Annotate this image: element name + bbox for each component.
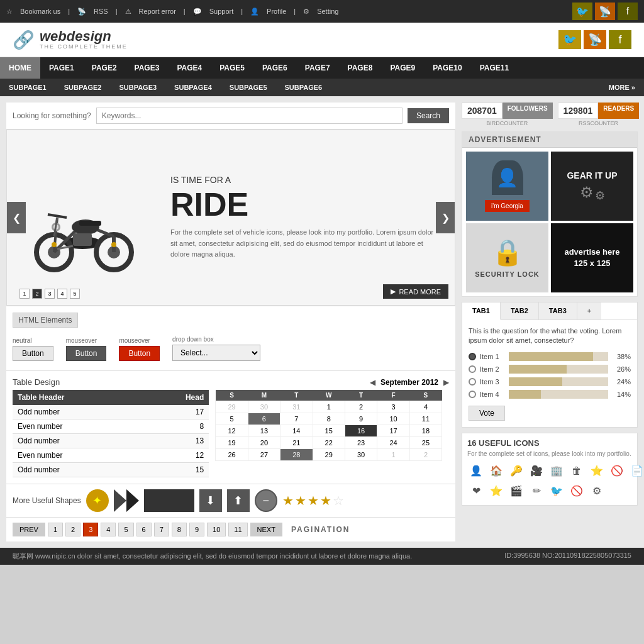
star-icon[interactable]: ★ bbox=[320, 493, 331, 508]
calendar-day[interactable]: 6 bbox=[248, 413, 280, 425]
calendar-day[interactable]: 20 bbox=[248, 437, 280, 449]
calendar-day[interactable]: 26 bbox=[216, 449, 248, 461]
subnav-1[interactable]: SUBPAGE1 bbox=[0, 79, 55, 96]
header-facebook-btn[interactable]: f bbox=[609, 30, 631, 49]
poll-radio[interactable] bbox=[469, 365, 476, 373]
download-shape[interactable]: ⬇ bbox=[199, 489, 222, 512]
rss-icon-btn[interactable]: 📡 bbox=[595, 3, 615, 20]
star-icon[interactable]: ★ bbox=[282, 493, 294, 508]
calendar-day[interactable]: 12 bbox=[216, 425, 248, 437]
calendar-day[interactable]: 4 bbox=[409, 401, 441, 413]
vote-button[interactable]: Vote bbox=[469, 406, 505, 421]
nav-page5[interactable]: PAGE5 bbox=[211, 57, 253, 79]
subnav-4[interactable]: SUBPAGE4 bbox=[165, 79, 221, 96]
ad-person-button[interactable]: i'm Georgia bbox=[485, 200, 530, 212]
icon-item[interactable]: 🐦 bbox=[548, 482, 565, 500]
cal-next[interactable]: ▶ bbox=[443, 378, 449, 387]
nav-page7[interactable]: PAGE7 bbox=[296, 57, 339, 79]
page-9[interactable]: 9 bbox=[189, 523, 204, 536]
calendar-day[interactable]: 18 bbox=[409, 425, 441, 437]
calendar-day[interactable]: 5 bbox=[216, 413, 248, 425]
nav-page8[interactable]: PAGE8 bbox=[339, 57, 382, 79]
calendar-day[interactable]: 30 bbox=[345, 449, 377, 461]
poll-radio[interactable] bbox=[469, 378, 476, 386]
calendar-day[interactable]: 17 bbox=[377, 425, 409, 437]
slider-dot-2[interactable]: 2 bbox=[32, 289, 42, 299]
page-2[interactable]: 2 bbox=[65, 523, 80, 536]
prev-button[interactable]: PREV bbox=[13, 523, 45, 536]
support-link[interactable]: Support bbox=[209, 8, 234, 15]
search-input[interactable] bbox=[96, 108, 402, 124]
slider-dot-5[interactable]: 5 bbox=[70, 289, 80, 299]
slider-dot-1[interactable]: 1 bbox=[19, 289, 30, 299]
calendar-day[interactable]: 31 bbox=[280, 401, 313, 413]
calendar-day[interactable]: 3 bbox=[377, 401, 409, 413]
calendar-day[interactable]: 19 bbox=[216, 437, 248, 449]
icon-item[interactable]: 🚫 bbox=[568, 482, 586, 500]
read-more-button[interactable]: ▶ READ MORE bbox=[383, 284, 448, 299]
calendar-day[interactable]: 1 bbox=[313, 401, 345, 413]
icon-item[interactable]: ⭐ bbox=[588, 462, 606, 480]
header-twitter-btn[interactable]: 🐦 bbox=[558, 30, 581, 49]
search-button[interactable]: Search bbox=[408, 108, 449, 123]
calendar-day[interactable]: 24 bbox=[377, 437, 409, 449]
tab-add[interactable]: + bbox=[577, 303, 601, 319]
more-button[interactable]: MORE » bbox=[600, 79, 644, 96]
calendar-day[interactable]: 27 bbox=[248, 449, 280, 461]
next-button[interactable]: NEXT bbox=[250, 523, 282, 536]
slider-dot-3[interactable]: 3 bbox=[45, 289, 55, 299]
star-icon[interactable]: ★ bbox=[295, 493, 306, 508]
icon-item[interactable]: ❤ bbox=[467, 482, 485, 500]
nav-page9[interactable]: PAGE9 bbox=[381, 57, 424, 79]
calendar-day[interactable]: 23 bbox=[345, 437, 377, 449]
poll-radio[interactable] bbox=[469, 391, 476, 398]
mouseover-button[interactable]: Button bbox=[66, 346, 107, 361]
nav-page6[interactable]: PAGE6 bbox=[253, 57, 296, 79]
calendar-day[interactable]: 22 bbox=[313, 437, 345, 449]
report-link[interactable]: Report error bbox=[139, 8, 176, 15]
dropdown-select[interactable]: Select... bbox=[172, 345, 260, 361]
star-icon[interactable]: ☆ bbox=[333, 493, 344, 508]
calendar-day[interactable]: 25 bbox=[409, 437, 441, 449]
profile-link[interactable]: Profile bbox=[267, 8, 286, 15]
bookmark-link[interactable]: Bookmark us bbox=[20, 8, 60, 15]
page-7[interactable]: 7 bbox=[154, 523, 169, 536]
calendar-day[interactable]: 11 bbox=[409, 413, 441, 425]
page-6[interactable]: 6 bbox=[136, 523, 152, 536]
page-3[interactable]: 3 bbox=[83, 523, 98, 536]
tab-2[interactable]: TAB2 bbox=[501, 303, 539, 319]
calendar-day[interactable]: 9 bbox=[345, 413, 377, 425]
calendar-day[interactable]: 21 bbox=[280, 437, 313, 449]
rss-link[interactable]: RSS bbox=[94, 8, 108, 15]
nav-page11[interactable]: PAGE11 bbox=[471, 57, 518, 79]
nav-page10[interactable]: PAGE10 bbox=[424, 57, 470, 79]
calendar-day[interactable]: 16 bbox=[345, 425, 377, 437]
icon-item[interactable]: 🗑 bbox=[568, 462, 586, 480]
page-8[interactable]: 8 bbox=[172, 523, 187, 536]
calendar-day[interactable]: 28 bbox=[280, 449, 313, 461]
icon-item[interactable]: ⭐ bbox=[487, 482, 505, 500]
page-10[interactable]: 10 bbox=[207, 523, 226, 536]
calendar-day[interactable]: 2 bbox=[345, 401, 377, 413]
calendar-day[interactable]: 30 bbox=[248, 401, 280, 413]
calendar-day[interactable]: 29 bbox=[216, 401, 248, 413]
subnav-3[interactable]: SUBPAGE3 bbox=[110, 79, 165, 96]
icon-item[interactable]: 🏠 bbox=[487, 462, 505, 480]
calendar-day[interactable]: 29 bbox=[313, 449, 345, 461]
page-4[interactable]: 4 bbox=[101, 523, 116, 536]
subnav-6[interactable]: SUBPAGE6 bbox=[276, 79, 331, 96]
nav-home[interactable]: HOME bbox=[0, 57, 40, 79]
setting-link[interactable]: Setting bbox=[317, 8, 338, 15]
cal-prev[interactable]: ◀ bbox=[370, 378, 375, 387]
mouseover2-button[interactable]: Button bbox=[119, 346, 160, 361]
page-1[interactable]: 1 bbox=[48, 523, 63, 536]
icon-item[interactable]: 🎥 bbox=[528, 462, 545, 480]
poll-radio[interactable] bbox=[469, 353, 476, 360]
calendar-day[interactable]: 15 bbox=[313, 425, 345, 437]
star-icon[interactable]: ★ bbox=[308, 493, 319, 508]
page-5[interactable]: 5 bbox=[118, 523, 133, 536]
calendar-day[interactable]: 14 bbox=[280, 425, 313, 437]
nav-page4[interactable]: PAGE4 bbox=[168, 57, 211, 79]
calendar-day[interactable]: 2 bbox=[409, 449, 441, 461]
slider-next[interactable]: ❯ bbox=[436, 202, 455, 233]
